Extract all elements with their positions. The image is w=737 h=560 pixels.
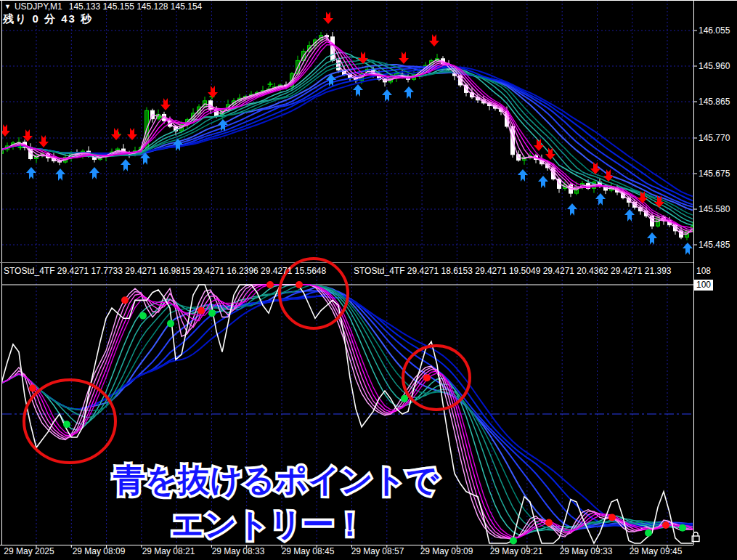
price-axis-label: 145.770 (699, 133, 730, 143)
price-axis-label: 145.485 (699, 240, 730, 250)
entry-annotation-circle (24, 380, 115, 463)
ma-line-teal-2 (1, 60, 693, 219)
red-dot (198, 307, 205, 315)
sell-arrow-icon (38, 135, 49, 147)
time-axis-label: 29 May 09:45 (630, 546, 683, 556)
buy-arrow-icon (404, 86, 414, 99)
indicator-label-left: STOStd_4TF 29.4271 17.7733 29.4271 16.98… (4, 266, 326, 276)
red-dot (296, 281, 303, 288)
buy-arrow-icon (538, 176, 548, 188)
sell-arrow-icon (208, 86, 218, 98)
entry-annotation-circle (403, 346, 470, 410)
sell-arrow-icon (23, 129, 33, 142)
ma-line-blue-4 (1, 68, 693, 197)
green-dot (208, 309, 216, 317)
green-dot (679, 524, 686, 532)
green-dot (510, 537, 517, 544)
candle-countdown-timer: 残り 0 分 43 秒 (3, 12, 93, 26)
time-axis-label: 29 May 08:21 (142, 546, 195, 556)
red-dot (121, 296, 129, 304)
main-price-chart (0, 12, 695, 255)
buy-arrow-icon (647, 232, 657, 245)
green-dot (63, 421, 70, 428)
symbol-dropdown-icon[interactable]: ▼ (4, 3, 11, 10)
buy-arrow-icon (518, 169, 528, 182)
mt4-chart-window: 青を抜けるポイントで エントリー！ ▼USDJPY,M1145.133 145.… (0, 0, 737, 560)
green-dot (167, 320, 174, 327)
time-axis-label: 29 May 08:57 (351, 546, 404, 556)
buy-arrow-icon (382, 89, 392, 102)
price-axis-label: 145.865 (699, 97, 730, 107)
overlay-text-line2: エントリー！ (171, 506, 366, 542)
indicator-label-right: STOStd_4TF 29.4271 18.6153 29.4271 19.50… (354, 266, 671, 276)
price-axis-label: 145.960 (699, 61, 730, 71)
red-dot (29, 384, 36, 391)
time-axis-label: 29 May 09:21 (490, 546, 543, 556)
sell-arrow-icon (429, 34, 439, 46)
price-axis-label: 145.580 (699, 204, 730, 214)
sell-arrow-icon (323, 12, 333, 24)
green-dot (139, 312, 147, 320)
price-axis-label: 145.675 (699, 169, 730, 179)
time-axis[interactable]: 29 May 202529 May 08:0929 May 08:2129 Ma… (0, 545, 737, 560)
red-dot (608, 514, 616, 521)
symbol-name: USDJPY,M1 (15, 1, 62, 12)
buy-arrow-icon (353, 84, 363, 97)
red-dot (662, 522, 669, 529)
buy-arrow-icon (121, 159, 131, 171)
red-dot (266, 281, 274, 288)
buy-arrow-icon (624, 209, 635, 222)
oscillator-scale-max-label: 108 (696, 266, 711, 276)
time-axis-label: 29 May 08:09 (73, 546, 126, 556)
oscillator-current-value-badge: 100 (694, 280, 713, 291)
time-axis-label: 29 May 09:09 (420, 546, 473, 556)
price-axis-label: 146.055 (699, 25, 730, 36)
green-dot (401, 395, 408, 402)
buy-arrow-icon (55, 169, 65, 181)
signal-arrows (0, 12, 693, 255)
buy-arrow-icon (683, 243, 693, 255)
red-dot (545, 519, 553, 527)
red-dot (423, 374, 431, 381)
sell-arrow-icon (160, 98, 171, 110)
ma-line-magenta-4 (1, 45, 693, 229)
oscillator-panel (1, 281, 693, 544)
symbol-title-bar: ▼USDJPY,M1145.133 145.155 145.128 145.15… (4, 1, 202, 12)
sell-arrow-icon (399, 52, 409, 64)
time-axis-label: 29 May 08:45 (282, 546, 335, 556)
time-axis-label: 29 May 09:33 (560, 546, 613, 556)
time-axis-label: 29 May 2025 (4, 546, 54, 556)
sell-arrow-icon (127, 128, 137, 140)
green-dot (645, 529, 652, 537)
ohlc-values: 145.133 145.155 145.128 145.154 (69, 1, 203, 12)
time-axis-label: 29 May 08:33 (212, 546, 265, 556)
chart-canvas[interactable]: 青を抜けるポイントで エントリー！ (0, 0, 737, 560)
overlay-text-line1: 青を抜けるポイントで (113, 462, 439, 498)
